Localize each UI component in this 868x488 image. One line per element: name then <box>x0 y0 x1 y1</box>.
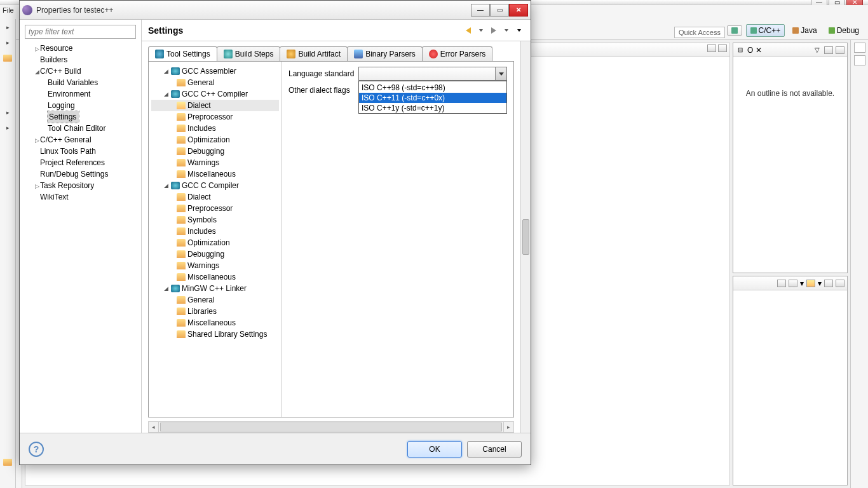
tab-build-steps[interactable]: Build Steps <box>217 46 281 61</box>
tool-settings-tree[interactable]: ◢GCC Assembler General ◢GCC C++ Compiler… <box>149 62 282 417</box>
trim-icon-1[interactable] <box>854 43 865 53</box>
tree-c-optimization[interactable]: Optimization <box>151 237 279 248</box>
nav-wikitext-label: WikiText <box>40 193 69 201</box>
tree-c-dialect[interactable]: Dialect <box>151 191 279 203</box>
tree-mingw-linker[interactable]: ◢MinGW C++ Linker <box>151 283 279 294</box>
tab-binary-parsers[interactable]: Binary Parsers <box>347 46 423 61</box>
dialog-maximize-button[interactable]: ▭ <box>490 4 509 17</box>
tree-linker-libraries[interactable]: Libraries <box>151 306 279 317</box>
left-strip-icon-1[interactable]: ▸ <box>1 20 14 34</box>
cancel-button[interactable]: Cancel <box>467 441 522 458</box>
nav-resource[interactable]: ▷Resource <box>25 43 136 54</box>
ok-button[interactable]: OK <box>407 441 462 458</box>
hscroll-thumb[interactable] <box>160 423 502 431</box>
left-strip-icon-6[interactable] <box>1 455 14 469</box>
nav-builders[interactable]: Builders <box>25 54 136 65</box>
perspective-java[interactable]: Java <box>789 25 820 36</box>
tree-linker-general[interactable]: General <box>151 294 279 306</box>
horizontal-scrollbar[interactable]: ◂ ▸ <box>148 421 514 433</box>
nav-ccpp-general[interactable]: ▷C/C++ General <box>25 134 136 146</box>
nav-linux-tools[interactable]: Linux Tools Path <box>25 146 136 157</box>
dropdown-cpp98[interactable]: ISO C++98 (-std=c++98) <box>359 83 506 93</box>
editor-minimize-icon[interactable] <box>707 44 716 52</box>
dialog-close-button[interactable]: ✕ <box>509 4 528 17</box>
nav-tree[interactable]: ▷Resource Builders ◢C/C++ Build Build Va… <box>25 43 136 428</box>
tree-c-debugging[interactable]: Debugging <box>151 248 279 260</box>
language-standard-combo[interactable] <box>358 67 507 81</box>
tree-cpp-misc[interactable]: Miscellaneous <box>151 168 279 180</box>
combo-dropdown-button[interactable] <box>495 67 506 80</box>
help-button[interactable]: ? <box>29 442 44 457</box>
left-strip-icon-4[interactable]: ▸ <box>1 105 14 119</box>
hscroll-right-button[interactable]: ▸ <box>503 422 513 432</box>
nav-back-button[interactable] <box>463 25 473 36</box>
br-icon-1[interactable] <box>777 280 786 287</box>
nav-build-variables[interactable]: Build Variables <box>25 77 136 88</box>
tree-c-symbols[interactable]: Symbols <box>151 214 279 226</box>
hscroll-left-button[interactable]: ◂ <box>149 422 159 432</box>
nav-logging[interactable]: Logging <box>25 100 136 111</box>
trim-icon-2[interactable] <box>854 55 865 65</box>
nav-ccpp-build[interactable]: ◢C/C++ Build <box>25 65 136 77</box>
outline-menu-icon[interactable]: ▽ <box>813 46 822 54</box>
nav-tool-chain[interactable]: Tool Chain Editor <box>25 123 136 134</box>
left-strip-icon-5[interactable]: ▸ <box>1 121 14 135</box>
nav-menu-dropdown[interactable] <box>514 25 524 36</box>
outline-max-icon[interactable] <box>836 46 844 54</box>
left-strip-icon-3[interactable] <box>1 51 14 65</box>
nav-back-dropdown[interactable] <box>476 25 486 36</box>
editor-maximize-icon[interactable] <box>718 44 727 52</box>
nav-run-debug[interactable]: Run/Debug Settings <box>25 168 136 180</box>
nav-environment[interactable]: Environment <box>25 88 136 100</box>
tree-cpp-preprocessor[interactable]: Preprocessor <box>151 111 279 123</box>
br-dropdown-icon-2[interactable]: ▾ <box>818 279 822 288</box>
tree-cpp-includes[interactable]: Includes <box>151 123 279 134</box>
tree-cpp-optimization[interactable]: Optimization <box>151 134 279 146</box>
tree-gcc-cpp-compiler[interactable]: ◢GCC C++ Compiler <box>151 88 279 100</box>
tree-cpp-debugging[interactable]: Debugging <box>151 146 279 157</box>
filter-input[interactable] <box>25 25 136 39</box>
tree-cpp-warnings[interactable]: Warnings <box>151 157 279 168</box>
dropdown-cpp11[interactable]: ISO C++11 (-std=c++0x) <box>359 93 506 103</box>
nav-fwd-dropdown[interactable] <box>501 25 512 36</box>
vscroll-thumb[interactable] <box>522 219 529 255</box>
tree-linker-shared[interactable]: Shared Library Settings <box>151 329 279 340</box>
dialect-form: Language standard Other dialect flags <box>282 62 513 417</box>
tree-gcc-c-compiler[interactable]: ◢GCC C Compiler <box>151 180 279 191</box>
br-icon-2[interactable] <box>789 280 797 287</box>
open-perspective-button[interactable] <box>727 25 742 36</box>
tree-asm-general[interactable]: General <box>151 77 279 88</box>
tab-tool-settings[interactable]: Tool Settings <box>148 46 217 61</box>
br-min-icon[interactable] <box>824 280 833 287</box>
tree-c-includes[interactable]: Includes <box>151 226 279 237</box>
tree-c-warnings[interactable]: Warnings <box>151 260 279 271</box>
br-max-icon[interactable] <box>836 280 844 287</box>
perspective-debug[interactable]: Debug <box>825 25 863 36</box>
tree-c-misc[interactable]: Miscellaneous <box>151 271 279 283</box>
tab-build-artifact[interactable]: Build Artifact <box>280 46 348 61</box>
nav-settings[interactable]: Settings <box>48 111 79 123</box>
language-standard-dropdown[interactable]: ISO C++98 (-std=c++98) ISO C++11 (-std=c… <box>358 81 507 114</box>
nav-project-refs[interactable]: Project References <box>25 157 136 168</box>
nav-wikitext[interactable]: WikiText <box>25 191 136 203</box>
vertical-scrollbar[interactable] <box>520 41 531 433</box>
outline-tab-label[interactable]: O ✕ <box>747 46 810 55</box>
outline-min-icon[interactable] <box>824 46 833 54</box>
tree-gcc-assembler[interactable]: ◢GCC Assembler <box>151 65 279 77</box>
quick-access-field[interactable]: Quick Access <box>674 27 725 38</box>
dropdown-cpp1y[interactable]: ISO C++1y (-std=c++1y) <box>359 103 506 113</box>
tree-c-preprocessor[interactable]: Preprocessor <box>151 203 279 214</box>
br-folder-icon[interactable] <box>806 280 815 287</box>
dialog-titlebar[interactable]: Properties for testec++ — ▭ ✕ <box>20 1 531 20</box>
tab-error-parsers[interactable]: Error Parsers <box>422 46 492 61</box>
br-dropdown-icon[interactable]: ▾ <box>800 279 804 288</box>
dialog-minimize-button[interactable]: — <box>471 4 490 17</box>
folder-icon <box>177 113 186 121</box>
menu-file[interactable]: File <box>3 6 14 14</box>
tree-cpp-dialect[interactable]: Dialect <box>151 100 279 111</box>
left-strip-icon-2[interactable]: ▸ <box>1 36 14 50</box>
nav-fwd-button[interactable] <box>489 25 499 36</box>
tree-linker-misc[interactable]: Miscellaneous <box>151 317 279 329</box>
perspective-ccpp[interactable]: C/C++ <box>746 24 785 37</box>
nav-task-repo[interactable]: ▷Task Repository <box>25 180 136 191</box>
